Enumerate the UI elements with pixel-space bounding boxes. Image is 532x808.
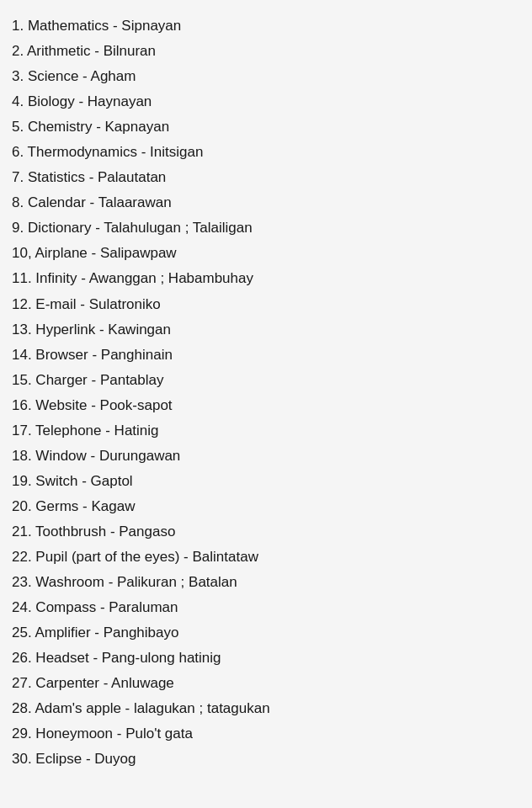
list-item: 27. Carpenter - Anluwage bbox=[12, 671, 520, 696]
list-item: 14. Browser - Panghinain bbox=[12, 343, 520, 368]
list-item: 15. Charger - Pantablay bbox=[12, 368, 520, 393]
list-item: 17. Telephone - Hatinig bbox=[12, 418, 520, 444]
list-item: 22. Pupil (part of the eyes) - Balintata… bbox=[12, 545, 520, 570]
list-item: 3. Science - Agham bbox=[12, 64, 520, 89]
list-item: 7. Statistics - Palautatan bbox=[12, 165, 520, 190]
list-item: 6. Thermodynamics - Initsigan bbox=[12, 140, 520, 165]
list-item: 29. Honeymoon - Pulo't gata bbox=[12, 721, 520, 747]
list-item: 21. Toothbrush - Pangaso bbox=[12, 519, 520, 545]
list-item: 4. Biology - Haynayan bbox=[12, 89, 520, 114]
word-list: 1. Mathematics - Sipnayan2. Arithmetic -… bbox=[12, 13, 520, 772]
list-item: 24. Compass - Paraluman bbox=[12, 595, 520, 620]
list-item: 25. Amplifier - Panghibayo bbox=[12, 620, 520, 646]
list-item: 9. Dictionary - Talahulugan ; Talailigan bbox=[12, 215, 520, 241]
list-item: 13. Hyperlink - Kawingan bbox=[12, 317, 520, 343]
list-item: 8. Calendar - Talaarawan bbox=[12, 190, 520, 215]
list-item: 26. Headset - Pang-ulong hatinig bbox=[12, 646, 520, 671]
list-item: 5. Chemistry - Kapnayan bbox=[12, 114, 520, 140]
list-item: 20. Germs - Kagaw bbox=[12, 494, 520, 519]
list-item: 23. Washroom - Palikuran ; Batalan bbox=[12, 570, 520, 595]
list-item: 2. Arithmetic - Bilnuran bbox=[12, 39, 520, 64]
list-item: 16. Website - Pook-sapot bbox=[12, 393, 520, 418]
list-item: 1. Mathematics - Sipnayan bbox=[12, 13, 520, 39]
list-item: 11. Infinity - Awanggan ; Habambuhay bbox=[12, 266, 520, 291]
list-item: 30. Eclipse - Duyog bbox=[12, 747, 520, 772]
list-item: 12. E-mail - Sulatroniko bbox=[12, 292, 520, 317]
list-item: 19. Switch - Gaptol bbox=[12, 469, 520, 494]
list-item: 10, Airplane - Salipawpaw bbox=[12, 241, 520, 266]
list-item: 18. Window - Durungawan bbox=[12, 444, 520, 469]
list-item: 28. Adam's apple - lalagukan ; tatagukan bbox=[12, 696, 520, 721]
